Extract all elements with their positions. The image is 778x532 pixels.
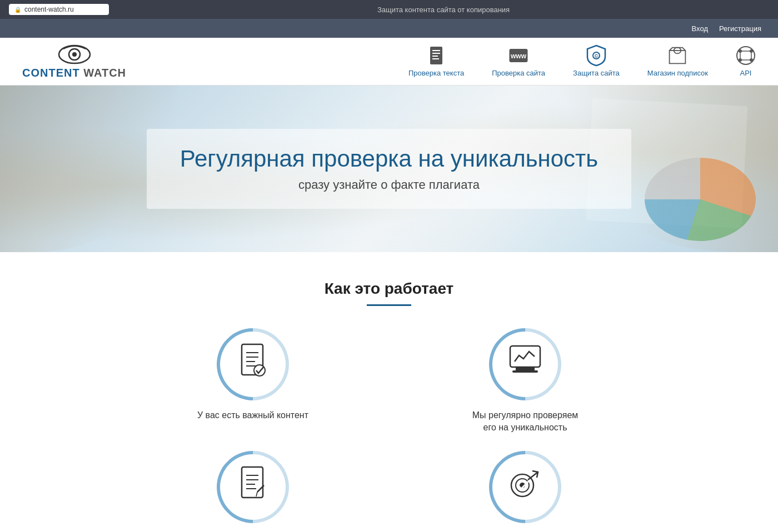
monitor-chart-icon bbox=[506, 343, 545, 386]
svg-rect-30 bbox=[516, 367, 535, 370]
protect-site-icon: © bbox=[586, 46, 606, 66]
svg-text:©: © bbox=[595, 53, 599, 59]
hero-title: Регулярная проверка на уникальность bbox=[180, 145, 598, 172]
svg-rect-6 bbox=[432, 56, 438, 57]
feature-icon-content bbox=[217, 328, 289, 400]
logo-link[interactable]: CONTENT WATCH bbox=[22, 43, 126, 79]
header: CONTENT WATCH Проверка текста bbox=[0, 38, 778, 86]
feature-item-target bbox=[411, 451, 639, 523]
features-grid-row2 bbox=[139, 451, 639, 523]
nav-protect-site[interactable]: © Защита сайта bbox=[573, 46, 620, 77]
feature-icon-check bbox=[489, 328, 561, 400]
hero-chart bbox=[645, 158, 756, 241]
svg-rect-5 bbox=[432, 53, 440, 54]
feature-check-label: Мы регулярно проверяемего на уникальност… bbox=[472, 409, 578, 434]
target-check-icon bbox=[506, 464, 545, 510]
svg-rect-32 bbox=[242, 467, 263, 498]
logo-text: CONTENT WATCH bbox=[22, 67, 126, 79]
nav-api[interactable]: API bbox=[736, 46, 756, 77]
login-link[interactable]: Вход bbox=[692, 24, 708, 33]
feature-item-report bbox=[139, 451, 367, 523]
svg-point-17 bbox=[739, 58, 742, 62]
logo-watch-part: WATCH bbox=[80, 67, 126, 79]
svg-point-18 bbox=[750, 58, 753, 62]
section-divider bbox=[367, 304, 411, 306]
svg-point-16 bbox=[750, 49, 753, 53]
features-grid: У вас есть важный контент Мы регулярно п… bbox=[139, 328, 639, 434]
svg-point-28 bbox=[254, 365, 265, 376]
svg-point-15 bbox=[739, 49, 742, 53]
nav-check-site-label: Проверка сайта bbox=[492, 69, 545, 77]
document-edit-icon bbox=[235, 464, 271, 510]
main-nav: Проверка текста www Проверка сайта © За bbox=[408, 46, 756, 77]
nav-protect-site-label: Защита сайта bbox=[573, 69, 620, 77]
url-bar[interactable]: 🔒 content-watch.ru bbox=[9, 4, 109, 15]
feature-icon-target bbox=[489, 451, 561, 523]
nav-api-label: API bbox=[740, 69, 752, 77]
hero-banner: Регулярная проверка на уникальность сраз… bbox=[0, 86, 778, 252]
shop-icon bbox=[667, 46, 687, 66]
nav-check-site[interactable]: www Проверка сайта bbox=[492, 46, 545, 77]
auth-bar: Вход Регистрация bbox=[0, 19, 778, 38]
nav-shop-label: Магазин подписок bbox=[647, 69, 708, 77]
svg-point-14 bbox=[737, 47, 755, 64]
hero-subtitle: сразу узнайте о факте плагиата bbox=[180, 178, 598, 192]
logo-content-part: CONTENT bbox=[22, 67, 80, 79]
browser-page-title: Защита контента сайта от копирования bbox=[118, 6, 769, 14]
feature-item-check: Мы регулярно проверяемего на уникальност… bbox=[411, 328, 639, 434]
check-text-icon bbox=[426, 46, 446, 66]
svg-rect-7 bbox=[432, 58, 439, 59]
browser-chrome: 🔒 content-watch.ru Защита контента сайта… bbox=[0, 0, 778, 19]
svg-rect-4 bbox=[432, 50, 440, 51]
feature-content-label: У вас есть важный контент bbox=[197, 409, 308, 421]
nav-shop[interactable]: Магазин подписок bbox=[647, 46, 708, 77]
document-check-icon bbox=[235, 342, 271, 387]
nav-check-text-label: Проверка текста bbox=[408, 69, 464, 77]
nav-check-text[interactable]: Проверка текста bbox=[408, 46, 464, 77]
svg-line-38 bbox=[256, 492, 257, 496]
svg-rect-31 bbox=[512, 370, 538, 373]
url-text: content-watch.ru bbox=[24, 6, 74, 13]
section-title: Как это работает bbox=[22, 280, 756, 298]
how-it-works-section: Как это работает У вас есть важн bbox=[0, 252, 778, 532]
register-link[interactable]: Регистрация bbox=[719, 24, 761, 33]
check-site-icon: www bbox=[508, 46, 528, 66]
api-icon bbox=[736, 46, 756, 66]
lock-icon: 🔒 bbox=[14, 7, 21, 13]
feature-icon-report bbox=[217, 451, 289, 523]
svg-point-2 bbox=[72, 52, 77, 57]
hero-content: Регулярная проверка на уникальность сраз… bbox=[147, 129, 631, 209]
svg-text:www: www bbox=[510, 52, 527, 60]
feature-item-content: У вас есть важный контент bbox=[139, 328, 367, 434]
logo-eye-icon bbox=[58, 43, 91, 66]
